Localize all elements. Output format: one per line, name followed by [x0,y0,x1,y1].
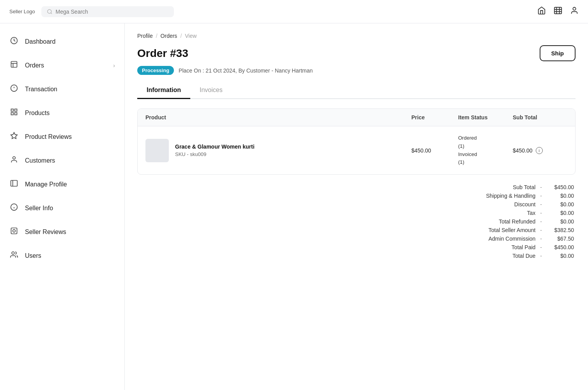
breadcrumb-orders[interactable]: Orders [161,33,177,39]
building-icon[interactable] [554,6,562,17]
info-icon[interactable]: i [536,147,543,154]
summary-value: $450.00 [547,244,574,250]
subtotal-cell: $450.00 i [513,147,567,154]
order-summary: Sub Total - $450.00 Shipping & Handling … [137,184,576,259]
summary-row: Total Paid - $450.00 [441,244,574,250]
user-icon[interactable] [570,6,579,17]
svg-rect-12 [15,109,17,112]
order-header: Order #33 Ship [137,45,576,61]
header: Seller Logo [0,0,588,23]
svg-line-1 [51,12,52,14]
main-content: Profile / Orders / View Order #33 Ship P… [125,23,588,390]
tabs: Information Invoices [137,83,576,99]
svg-point-3 [573,7,576,10]
summary-row: Shipping & Handling - $0.00 [441,193,574,199]
sidebar-label-dashboard: Dashboard [25,38,55,45]
sidebar-item-seller-info[interactable]: Seller Info [0,196,124,220]
sidebar-item-customers[interactable]: Customers [0,149,124,172]
seller-reviews-icon [9,227,19,237]
sidebar-item-seller-reviews[interactable]: Seller Reviews [0,220,124,244]
seller-info-icon [9,203,19,213]
summary-value: $0.00 [547,210,574,216]
sidebar-label-orders: Orders [25,62,44,69]
summary-dash: - [540,253,542,259]
summary-row: Total Refunded - $0.00 [441,218,574,225]
product-image [145,139,169,162]
sidebar-item-transaction[interactable]: Transaction [0,77,124,101]
sidebar-label-customers: Customers [25,157,55,164]
product-reviews-icon [9,132,19,142]
sidebar-label-product-reviews: Product Reviews [25,133,72,140]
svg-marker-15 [11,133,18,139]
col-price: Price [411,114,458,121]
sidebar-item-manage-profile[interactable]: Manage Profile [0,172,124,196]
sidebar-item-orders[interactable]: Orders › [0,53,124,77]
svg-rect-11 [11,109,14,112]
sidebar-label-transaction: Transaction [25,86,57,93]
search-bar[interactable] [41,6,174,17]
breadcrumb-profile[interactable]: Profile [137,33,153,39]
manage-profile-icon [9,179,19,189]
sidebar-label-seller-reviews: Seller Reviews [25,229,66,236]
summary-row: Admin Commission - $67.50 [441,236,574,242]
col-product: Product [145,114,411,121]
summary-dash: - [540,193,542,199]
svg-point-23 [13,230,16,232]
summary-dash: - [540,210,542,216]
svg-rect-13 [15,113,17,115]
product-name: Grace & Glamour Women kurti [175,144,255,150]
summary-label: Admin Commission [441,236,535,242]
summary-row: Sub Total - $450.00 [441,184,574,190]
svg-point-0 [48,9,51,13]
summary-row: Total Seller Amount - $382.50 [441,227,574,233]
summary-value: $382.50 [547,227,574,233]
place-on-text: Place On : 21 Oct 2024, By Customer - Na… [179,67,313,74]
orders-icon [9,60,19,70]
order-title: Order #33 [137,47,188,60]
orders-arrow: › [113,62,115,69]
svg-point-16 [13,157,16,160]
summary-dash: - [540,201,542,207]
seller-logo: Seller Logo [9,9,35,14]
sidebar-item-users[interactable]: Users [0,244,124,268]
summary-label: Total Seller Amount [441,227,535,233]
svg-rect-17 [11,181,18,186]
sidebar-item-product-reviews[interactable]: Product Reviews [0,125,124,149]
store-icon[interactable] [537,6,546,17]
tab-invoices[interactable]: Invoices [190,83,232,98]
tab-information[interactable]: Information [137,83,190,98]
summary-label: Shipping & Handling [441,193,535,199]
summary-dash: - [540,244,542,250]
sidebar-label-users: Users [25,252,41,259]
sidebar-label-manage-profile: Manage Profile [25,181,67,188]
summary-dash: - [540,236,542,242]
status-badge: Processing [137,66,174,75]
ship-button[interactable]: Ship [540,45,576,61]
breadcrumb-sep-2: / [180,33,182,39]
summary-value: $67.50 [547,236,574,242]
item-status: Ordered (1) Invoiced (1) [458,134,513,167]
sidebar-label-seller-info: Seller Info [25,205,53,212]
col-sub-total: Sub Total [513,114,567,121]
sidebar-item-dashboard[interactable]: Dashboard [0,30,124,53]
svg-rect-2 [554,7,561,14]
col-item-status: Item Status [458,114,513,121]
products-icon [9,108,19,118]
customers-icon [9,156,19,165]
summary-label: Total Due [441,253,535,259]
order-table: Product Price Item Status Sub Total Grac… [137,108,576,175]
summary-label: Total Refunded [441,218,535,225]
sidebar-item-products[interactable]: Products [0,101,124,125]
svg-point-24 [12,252,14,255]
summary-row: Discount - $0.00 [441,201,574,207]
product-sku: SKU - sku009 [175,151,255,157]
layout: Dashboard Orders › Transaction Products [0,23,588,390]
summary-value: $0.00 [547,201,574,207]
summary-dash: - [540,227,542,233]
breadcrumb-view: View [185,33,197,39]
summary-row: Total Due - $0.00 [441,253,574,259]
summary-label: Discount [441,201,535,207]
row-subtotal: $450.00 [513,147,533,154]
search-input[interactable] [56,9,168,15]
summary-value: $0.00 [547,253,574,259]
